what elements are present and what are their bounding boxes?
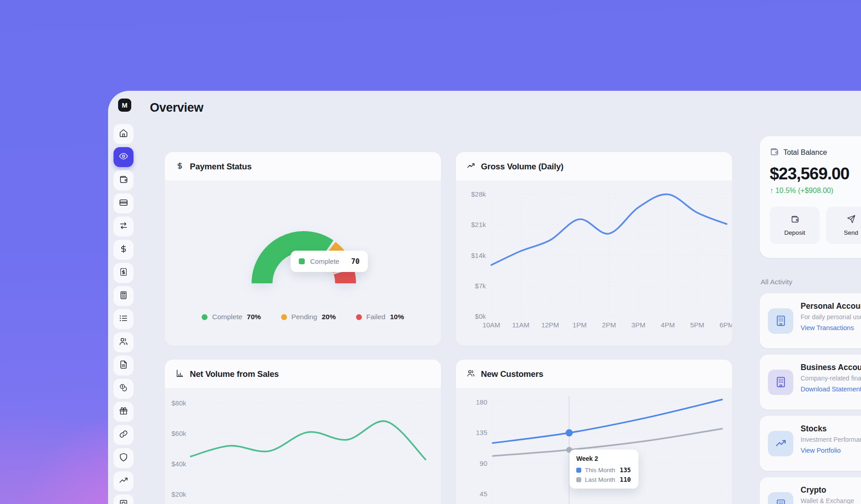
- trending-up-icon: [467, 162, 475, 172]
- svg-text:4PM: 4PM: [661, 321, 675, 329]
- gross-volume-chart[interactable]: 10AM11AM12PM1PM2PM3PM4PM5PM6PM$0k$7k$14k…: [456, 181, 732, 346]
- balance-header: Total Balance: [770, 147, 861, 158]
- tooltip-value: 135: [620, 466, 631, 474]
- sidebar-item-wallet[interactable]: [114, 170, 134, 190]
- sidebar-item-customers[interactable]: [114, 332, 134, 352]
- legend-label: Pending: [292, 313, 317, 321]
- sidebar-item-transfers[interactable]: [114, 217, 134, 237]
- svg-text:6PM: 6PM: [720, 321, 732, 329]
- deposit-button[interactable]: Deposit: [770, 207, 820, 244]
- svg-text:12PM: 12PM: [541, 321, 559, 329]
- gift-icon: [119, 406, 128, 417]
- svg-text:3PM: 3PM: [631, 321, 645, 329]
- sidebar-item-links[interactable]: [114, 425, 134, 445]
- sidebar-item-home[interactable]: [114, 124, 134, 144]
- activity-subtitle: Investment Performance: [801, 436, 861, 443]
- net-volume-card: Net Volume from Sales $80k$60k$40k$20k: [165, 360, 441, 504]
- tooltip-row-last-month: Last Month 110: [576, 476, 632, 483]
- legend-label: Failed: [366, 313, 386, 321]
- new-customers-body: 1801359045 Week 2 This Month 135 Last Mo…: [456, 389, 732, 504]
- activity-subtitle: For daily personal use: [801, 313, 861, 321]
- legend-item-failed: Failed 10%: [356, 313, 404, 321]
- activity-info: Personal Account For daily personal use …: [801, 301, 861, 341]
- balance-label: Total Balance: [783, 148, 827, 157]
- card-title: Payment Status: [190, 162, 252, 172]
- svg-text:$7k: $7k: [475, 282, 486, 290]
- dashboard-grid: Payment Status Complete 70 Complete 70%: [165, 152, 732, 504]
- tooltip-label: Complete: [310, 257, 339, 265]
- card-title: Gross Volume (Daily): [481, 162, 564, 172]
- sidebar-item-lists[interactable]: [114, 309, 134, 329]
- coins-icon: [119, 383, 128, 394]
- desktop-background: { "app": { "logo_letter": "M", "page_tit…: [0, 0, 861, 504]
- activity-info: Business Account Company-related finance…: [801, 362, 861, 402]
- sidebar-item-invoices[interactable]: [114, 263, 134, 283]
- sidebar-item-cards[interactable]: [114, 193, 134, 213]
- activity-item-personal-account: Personal Account For daily personal use …: [760, 293, 861, 348]
- sidebar-item-rewards[interactable]: [114, 402, 134, 422]
- svg-text:$28k: $28k: [471, 190, 486, 198]
- sidebar-item-security[interactable]: [114, 448, 134, 468]
- deposit-label: Deposit: [784, 229, 805, 236]
- tooltip-swatch: [299, 258, 305, 264]
- card-title: New Customers: [481, 369, 543, 379]
- legend-item-complete: Complete 70%: [202, 313, 261, 321]
- svg-text:$80k: $80k: [171, 399, 186, 407]
- activity-item-crypto: Crypto Wallet & Exchange: [760, 477, 861, 504]
- activity-title: Stocks: [801, 424, 861, 434]
- net-volume-chart[interactable]: $80k$60k$40k$20k: [165, 389, 441, 504]
- sidebar-item-documents[interactable]: [114, 356, 134, 376]
- sidebar-item-calculator[interactable]: [114, 286, 134, 306]
- balance-delta: ↑ 10.5% (+$908.00): [770, 187, 861, 195]
- legend-dot: [281, 314, 287, 320]
- balance-amount: $23,569.00: [770, 164, 861, 183]
- home-icon: [119, 128, 128, 139]
- activity-title: Business Account: [801, 363, 861, 372]
- sidebar-item-payments[interactable]: [114, 240, 134, 260]
- sidebar: [114, 124, 134, 504]
- net-volume-body: $80k$60k$40k$20k: [165, 389, 441, 504]
- sidebar-item-coins[interactable]: [114, 379, 134, 399]
- payment-status-gauge[interactable]: [165, 181, 441, 317]
- right-panel: Total Balance $23,569.00 ↑ 10.5% (+$908.…: [760, 136, 861, 504]
- eye-icon: [119, 152, 128, 163]
- download-statement-link[interactable]: Download Statement: [801, 385, 861, 393]
- sidebar-item-overview[interactable]: [114, 147, 134, 167]
- app-logo[interactable]: M: [118, 99, 131, 112]
- new-customers-card: New Customers 1801359045 Week 2 This Mon…: [456, 360, 732, 504]
- tooltip-row-this-month: This Month 135: [576, 466, 632, 474]
- sidebar-item-vault[interactable]: [114, 494, 134, 504]
- all-activity-heading: All Activity: [761, 278, 861, 286]
- bar-chart-icon: [176, 369, 184, 379]
- net-volume-header: Net Volume from Sales: [165, 360, 441, 389]
- shield-icon: [119, 453, 128, 464]
- gross-volume-body: 10AM11AM12PM1PM2PM3PM4PM5PM6PM$0k$7k$14k…: [456, 181, 732, 346]
- activity-title: Crypto: [801, 485, 854, 495]
- tooltip-value: 110: [620, 476, 631, 483]
- users-icon: [467, 369, 475, 379]
- new-customers-header: New Customers: [456, 360, 732, 389]
- activity-title: Personal Account: [801, 301, 861, 311]
- document-icon: [119, 360, 128, 371]
- view-transactions-link[interactable]: View Transactions: [801, 324, 861, 331]
- send-button[interactable]: Send: [826, 207, 861, 244]
- calculator-icon: [119, 291, 128, 301]
- payment-status-card: Payment Status Complete 70 Complete 70%: [165, 152, 441, 346]
- svg-text:$20k: $20k: [171, 490, 186, 498]
- svg-text:11AM: 11AM: [512, 321, 529, 329]
- total-balance-card: Total Balance $23,569.00 ↑ 10.5% (+$908.…: [760, 136, 861, 258]
- gauge-legend: Complete 70% Pending 20% Failed 10%: [165, 313, 441, 321]
- gross-volume-header: Gross Volume (Daily): [456, 152, 732, 181]
- link-icon: [119, 430, 128, 440]
- tooltip-label: This Month: [585, 467, 615, 474]
- sidebar-item-performance[interactable]: [114, 471, 134, 491]
- wallet-icon: [119, 175, 128, 186]
- legend-label: Complete: [212, 313, 242, 321]
- legend-value: 10%: [390, 313, 404, 321]
- activity-item-business-account: Business Account Company-related finance…: [760, 355, 861, 410]
- building-icon: [768, 370, 793, 395]
- view-portfolio-link[interactable]: View Portfolio: [801, 447, 861, 454]
- svg-text:$21k: $21k: [471, 221, 486, 228]
- invoice-icon: [119, 267, 128, 278]
- trending-up-icon: [119, 476, 128, 487]
